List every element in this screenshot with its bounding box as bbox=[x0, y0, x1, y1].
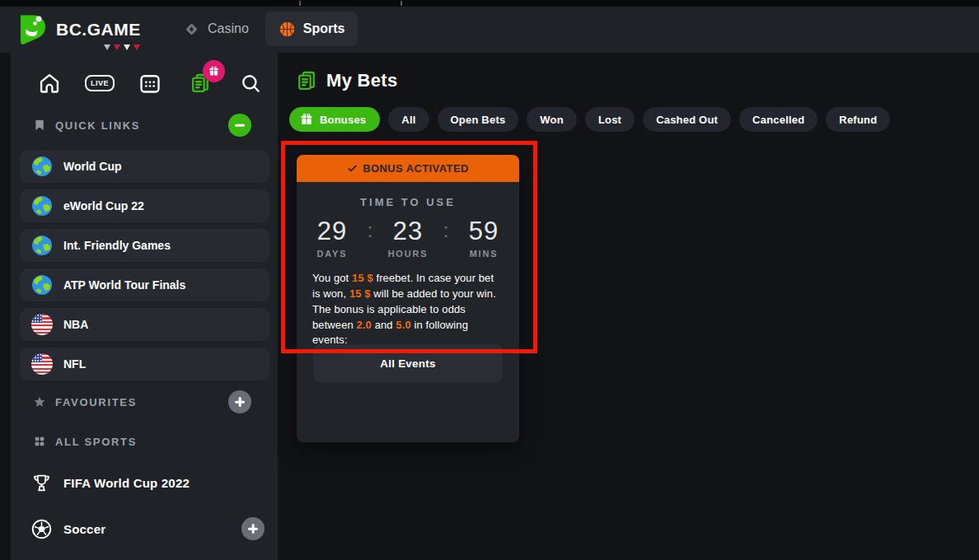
filter-won[interactable]: Won bbox=[527, 107, 577, 132]
tab-sports[interactable]: Sports bbox=[265, 12, 358, 46]
bonus-card: BONUS ACTIVATED TIME TO USE 29 DAYS : 23… bbox=[297, 155, 519, 442]
collapse-quick-links-button[interactable] bbox=[228, 114, 251, 137]
quick-link-int-friendly-games[interactable]: Int. Friendly Games bbox=[20, 229, 269, 262]
sidebar-icon-row: LIVE bbox=[37, 71, 263, 96]
bonus-status-banner: BONUS ACTIVATED bbox=[297, 155, 519, 182]
tab-label: Casino bbox=[208, 21, 249, 36]
quick-link-label: World Cup bbox=[63, 160, 122, 173]
filter-label: Open Bets bbox=[451, 114, 506, 126]
globe-icon bbox=[31, 274, 53, 296]
top-nav-tabs: Casino Sports bbox=[180, 12, 358, 46]
bonus-status-text: BONUS ACTIVATED bbox=[363, 162, 469, 175]
browser-top-strip bbox=[0, 0, 979, 7]
filter-label: Cashed Out bbox=[656, 114, 718, 126]
filter-cashed-out[interactable]: Cashed Out bbox=[643, 107, 731, 132]
quick-link-label: ATP World Tour Finals bbox=[63, 278, 185, 292]
bookmark-icon bbox=[33, 119, 46, 132]
nav-search-button[interactable] bbox=[238, 71, 263, 96]
trophy-icon bbox=[31, 473, 52, 493]
quick-link-label: eWorld Cup 22 bbox=[63, 199, 144, 212]
all-sports-label: ALL SPORTS bbox=[55, 436, 137, 448]
filter-all[interactable]: All bbox=[388, 107, 429, 132]
all-sports-header: ALL SPORTS bbox=[33, 430, 265, 453]
pennant-flags-icon bbox=[104, 44, 140, 50]
filter-label: Refund bbox=[839, 114, 877, 126]
sidebar: LIVE QUICK LINKS World Cup eWorld C bbox=[11, 53, 278, 560]
filter-label: Lost bbox=[598, 114, 621, 126]
my-bets-icon bbox=[295, 69, 318, 92]
sport-label: FIFA World Cup 2022 bbox=[63, 476, 190, 490]
basketball-icon bbox=[279, 21, 296, 38]
favourites-label: FAVOURITES bbox=[55, 396, 137, 408]
filter-open-bets[interactable]: Open Bets bbox=[438, 107, 519, 132]
filter-cancelled[interactable]: Cancelled bbox=[739, 107, 817, 132]
quick-link-nfl[interactable]: NFL bbox=[20, 348, 269, 380]
quick-links-label: QUICK LINKS bbox=[55, 119, 140, 132]
globe-icon bbox=[31, 156, 53, 177]
sport-label: Soccer bbox=[63, 522, 105, 536]
gift-icon bbox=[300, 113, 313, 126]
bonus-countdown: 29 DAYS : 23 HOURS : 59 MINS bbox=[297, 218, 519, 259]
divider-tick bbox=[400, 1, 402, 6]
quick-link-atp-world-tour-finals[interactable]: ATP World Tour Finals bbox=[20, 268, 269, 301]
bc-game-logo-icon bbox=[16, 13, 49, 46]
countdown-days: 29 DAYS bbox=[298, 218, 366, 259]
filter-label: Cancelled bbox=[752, 114, 804, 126]
search-icon bbox=[239, 72, 262, 95]
quick-link-nba[interactable]: NBA bbox=[20, 308, 269, 341]
filter-label: Won bbox=[540, 114, 564, 126]
nav-my-bets-button[interactable] bbox=[188, 71, 213, 96]
filter-label: All bbox=[401, 114, 415, 126]
bc-game-logo[interactable]: BC.GAME bbox=[16, 13, 141, 46]
countdown-mins: 59 MINS bbox=[450, 218, 518, 259]
main-content: My Bets Bonuses All Open Bets Won Lost C… bbox=[278, 53, 979, 560]
quick-link-eworld-cup-22[interactable]: eWorld Cup 22 bbox=[20, 189, 269, 222]
nav-calendar-button[interactable] bbox=[138, 71, 162, 96]
bet-filters: Bonuses All Open Bets Won Lost Cashed Ou… bbox=[289, 107, 890, 132]
filter-refund[interactable]: Refund bbox=[826, 107, 890, 132]
quick-link-label: NFL bbox=[63, 357, 86, 371]
gift-badge bbox=[203, 60, 225, 82]
bonus-description: You got 15 $ freebet. In case your bet i… bbox=[312, 271, 504, 348]
check-icon bbox=[347, 163, 358, 174]
home-icon bbox=[38, 72, 61, 95]
sport-row-fifa-world-cup-2022[interactable]: FIFA World Cup 2022 bbox=[31, 471, 265, 494]
live-icon: LIVE bbox=[85, 75, 115, 91]
quick-link-world-cup[interactable]: World Cup bbox=[20, 150, 269, 183]
expand-sport-button[interactable] bbox=[241, 517, 265, 540]
time-to-use-label: TIME TO USE bbox=[297, 196, 519, 208]
nav-live-button[interactable]: LIVE bbox=[87, 71, 112, 96]
globe-icon bbox=[31, 195, 53, 217]
tab-casino[interactable]: Casino bbox=[180, 12, 252, 46]
star-icon bbox=[33, 395, 46, 408]
favourites-header: FAVOURITES bbox=[33, 390, 265, 413]
countdown-separator: : bbox=[366, 218, 374, 243]
quick-link-label: Int. Friendly Games bbox=[63, 239, 171, 252]
tab-label: Sports bbox=[303, 21, 345, 36]
quick-links-list: World Cup eWorld Cup 22 Int. Friendly Ga… bbox=[20, 150, 269, 387]
casino-cards-icon bbox=[183, 21, 200, 38]
quick-links-header: QUICK LINKS bbox=[33, 114, 265, 137]
all-sports-list: FIFA World Cup 2022 Soccer bbox=[31, 471, 265, 560]
countdown-separator: : bbox=[442, 218, 450, 243]
filter-lost[interactable]: Lost bbox=[585, 107, 635, 132]
sport-row-soccer[interactable]: Soccer bbox=[31, 517, 265, 540]
logo-text: BC.GAME bbox=[56, 20, 141, 40]
top-navigation: BC.GAME Casino Sports bbox=[0, 7, 979, 53]
us-flag-icon bbox=[31, 314, 53, 335]
page-header: My Bets bbox=[295, 69, 397, 92]
all-events-button[interactable]: All Events bbox=[313, 344, 503, 382]
globe-icon bbox=[31, 235, 53, 256]
page-title: My Bets bbox=[326, 70, 397, 91]
filter-bonuses[interactable]: Bonuses bbox=[289, 107, 380, 132]
countdown-hours: 23 HOURS bbox=[374, 218, 442, 259]
soccer-icon bbox=[31, 519, 52, 539]
filter-label: Bonuses bbox=[320, 114, 366, 126]
nav-home-button[interactable] bbox=[37, 71, 62, 96]
add-favourite-button[interactable] bbox=[228, 390, 251, 413]
grid-icon bbox=[33, 435, 46, 448]
us-flag-icon bbox=[31, 353, 53, 375]
divider-tick bbox=[299, 1, 301, 6]
quick-link-label: NBA bbox=[63, 318, 88, 331]
calendar-icon bbox=[138, 72, 162, 95]
